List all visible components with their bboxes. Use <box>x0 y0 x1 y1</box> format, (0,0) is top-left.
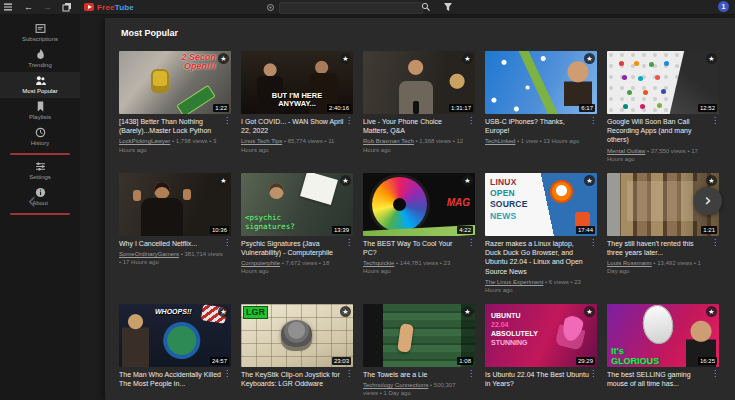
video-title[interactable]: Razer makes a Linux laptop, Duck Duck Go… <box>485 239 589 276</box>
save-to-playlist-star-icon[interactable]: ★ <box>218 53 229 64</box>
channel-link[interactable]: Technology Connections <box>363 382 428 388</box>
save-to-playlist-star-icon[interactable]: ★ <box>340 175 351 186</box>
video-title[interactable]: The KeyStik Clip-on Joystick for Keyboar… <box>241 370 345 388</box>
video-thumbnail[interactable]: <psychicsignatures? ★ 13:39 <box>241 173 353 236</box>
video-thumbnail[interactable]: ★ 6:17 <box>485 51 597 114</box>
kebab-menu-icon[interactable]: ⋮ <box>345 117 353 126</box>
channel-link[interactable]: SomeOrdinaryGamers <box>119 251 179 257</box>
video-duration-badge: 1:22 <box>213 104 229 112</box>
thumbnail-overlay-text: LINUXOPENSOURCENEWS <box>490 177 528 222</box>
sidebar-item-most-popular[interactable]: Most Popular <box>0 72 80 98</box>
channel-link[interactable]: Techquickie <box>363 260 394 266</box>
video-title[interactable]: USB-C iPhones? Thanks, Europe! <box>485 117 589 135</box>
target-icon[interactable] <box>266 0 275 14</box>
search-input[interactable] <box>279 2 423 14</box>
sidebar-item-about[interactable]: About <box>0 184 80 210</box>
save-to-playlist-star-icon[interactable]: ★ <box>706 175 717 186</box>
video-thumbnail[interactable]: MAG ★ 4:22 <box>363 173 475 236</box>
sidebar-item-settings[interactable]: Settings <box>0 158 80 184</box>
save-to-playlist-star-icon[interactable]: ★ <box>462 53 473 64</box>
video-title[interactable]: They still haven't rented this three yea… <box>607 239 711 257</box>
video-meta: Rob Braxman Tech • 1,368 views • 12 Hour… <box>363 137 475 153</box>
save-to-playlist-star-icon[interactable]: ★ <box>340 306 351 317</box>
kebab-menu-icon[interactable]: ⋮ <box>711 370 719 379</box>
video-title[interactable]: The Man Who Accidentally Killed The Most… <box>119 370 223 388</box>
video-thumbnail[interactable]: 2 SeconOpen!!! ★ 1:22 <box>119 51 231 114</box>
save-to-playlist-star-icon[interactable]: ★ <box>340 53 351 64</box>
freetube-logo[interactable]: FreeTube <box>84 0 134 14</box>
sidebar-item-history[interactable]: History <box>0 124 80 150</box>
kebab-menu-icon[interactable]: ⋮ <box>467 239 475 248</box>
video-thumbnail[interactable]: ★ 10:36 <box>119 173 231 236</box>
save-to-playlist-star-icon[interactable]: ★ <box>462 306 473 317</box>
kebab-menu-icon[interactable]: ⋮ <box>711 117 719 126</box>
video-meta: Techquickie • 144,781 views • 23 Hours a… <box>363 259 475 275</box>
video-title[interactable]: Is Ubuntu 22.04 The Best Ubuntu in Years… <box>485 370 589 388</box>
channel-link[interactable]: Rob Braxman Tech <box>363 138 414 144</box>
search-icon[interactable] <box>421 0 431 14</box>
video-duration-badge: 6:17 <box>579 104 595 112</box>
filter-icon[interactable] <box>443 0 453 14</box>
video-thumbnail[interactable]: ★ 1:08 <box>363 304 475 367</box>
hamburger-menu-icon[interactable] <box>3 0 13 14</box>
save-to-playlist-star-icon[interactable]: ★ <box>462 175 473 186</box>
save-to-playlist-star-icon[interactable]: ★ <box>706 53 717 64</box>
channel-link[interactable]: TechLinked <box>485 138 515 144</box>
video-thumbnail[interactable]: ★ 1:31:17 <box>363 51 475 114</box>
kebab-menu-icon[interactable]: ⋮ <box>223 239 231 248</box>
kebab-menu-icon[interactable]: ⋮ <box>223 370 231 379</box>
kebab-menu-icon[interactable]: ⋮ <box>589 239 597 248</box>
video-thumbnail[interactable]: LGR ★ 23:03 <box>241 304 353 367</box>
video-title[interactable]: The Towels are a Lie <box>363 370 467 379</box>
save-to-playlist-star-icon[interactable]: ★ <box>584 53 595 64</box>
save-to-playlist-star-icon[interactable]: ★ <box>218 175 229 186</box>
video-title[interactable]: [1438] Better Than Nothing (Barely)...Ma… <box>119 117 223 135</box>
sidebar-item-playlists[interactable]: Playlists <box>0 98 80 124</box>
video-title[interactable]: Psychic Signatures (Java Vulnerability) … <box>241 239 345 257</box>
channel-link[interactable]: Computerphile <box>241 260 280 266</box>
video-thumbnail[interactable]: BUT I'M HEREANYWAY... ★ 2:40:16 <box>241 51 353 114</box>
video-title[interactable]: The best SELLING gaming mouse of all tim… <box>607 370 711 388</box>
prev-page-arrow[interactable]: ‹ <box>27 189 37 213</box>
kebab-menu-icon[interactable]: ⋮ <box>711 239 719 248</box>
video-title[interactable]: The BEST Way To Cool Your PC? <box>363 239 467 257</box>
video-card: ★ 10:36 Why I Cancelled Netflix... ⋮ Som… <box>119 173 231 294</box>
save-to-playlist-star-icon[interactable]: ★ <box>584 175 595 186</box>
channel-link[interactable]: Mental Outlaw <box>607 148 645 154</box>
video-title[interactable]: Live - Your Phone Choice Matters, Q&A <box>363 117 467 135</box>
video-thumbnail[interactable]: It'sGLORIOUS ★ 16:25 <box>607 304 719 367</box>
save-to-playlist-star-icon[interactable]: ★ <box>706 306 717 317</box>
kebab-menu-icon[interactable]: ⋮ <box>345 239 353 248</box>
kebab-menu-icon[interactable]: ⋮ <box>467 370 475 379</box>
top-bar: ← → FreeTube 1 <box>0 0 735 15</box>
video-duration-badge: 1:08 <box>457 357 473 365</box>
next-page-arrow[interactable]: › <box>694 187 722 215</box>
video-title[interactable]: I Got COVID... - WAN Show April 22, 2022 <box>241 117 345 135</box>
video-thumbnail[interactable]: WHOOPS!! ★ 24:57 <box>119 304 231 367</box>
thumbnail-overlay-text: <psychicsignatures? <box>245 213 295 231</box>
video-thumbnail[interactable]: LINUXOPENSOURCENEWS ★ 17:44 <box>485 173 597 236</box>
channel-link[interactable]: Linus Tech Tips <box>241 138 282 144</box>
kebab-menu-icon[interactable]: ⋮ <box>589 117 597 126</box>
channel-link[interactable]: LockPickingLawyer <box>119 138 170 144</box>
profile-avatar[interactable]: 1 <box>718 1 729 12</box>
save-to-playlist-star-icon[interactable]: ★ <box>218 306 229 317</box>
video-title[interactable]: Why I Cancelled Netflix... <box>119 239 223 248</box>
new-window-icon[interactable] <box>62 0 72 14</box>
video-duration-badge: 4:22 <box>457 226 473 234</box>
video-thumbnail[interactable]: ★ 12:52 <box>607 51 719 114</box>
kebab-menu-icon[interactable]: ⋮ <box>589 370 597 379</box>
kebab-menu-icon[interactable]: ⋮ <box>345 370 353 379</box>
back-arrow-icon[interactable]: ← <box>24 0 33 14</box>
video-title[interactable]: Google Will Soon Ban Call Recording Apps… <box>607 117 711 145</box>
forward-arrow-icon: → <box>43 0 52 14</box>
kebab-menu-icon[interactable]: ⋮ <box>223 117 231 126</box>
channel-link[interactable]: Louis Rossmann <box>607 260 652 266</box>
kebab-menu-icon[interactable]: ⋮ <box>467 117 475 126</box>
sidebar-item-trending[interactable]: Trending <box>0 46 80 72</box>
sidebar-item-subscriptions[interactable]: Subscriptions <box>0 20 80 46</box>
sidebar-item-label: Most Popular <box>22 88 57 94</box>
channel-link[interactable]: The Linux Experiment <box>485 279 543 285</box>
video-thumbnail[interactable]: UBUNTU22.04ABSOLUTELYSTUNNING ★ 29:29 <box>485 304 597 367</box>
save-to-playlist-star-icon[interactable]: ★ <box>584 306 595 317</box>
